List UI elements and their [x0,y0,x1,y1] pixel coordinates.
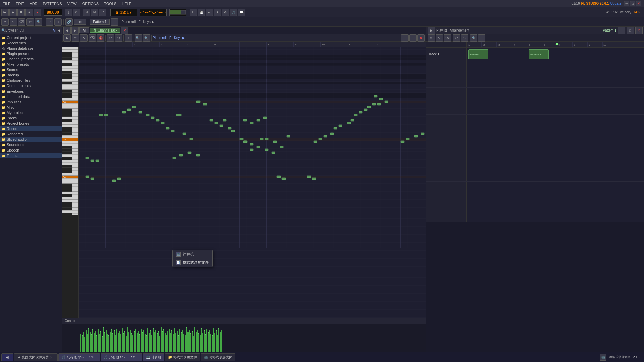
plugin-btn[interactable]: 🎵 [230,9,237,16]
loop-btn[interactable]: ↺ [73,9,80,16]
pr-close-btn[interactable]: ✕ [417,34,425,42]
browser-item-plugin-database[interactable]: 🔌 Plugin database [0,46,62,51]
pr-max-btn[interactable]: □ [409,34,417,42]
track-3-content[interactable] [467,74,644,87]
pr-toggle-btn[interactable]: ▶ [63,34,71,42]
pl-undo2[interactable]: ↩ [453,34,460,42]
browser-item-envelopes[interactable]: 📁 Envelopes [0,88,62,94]
mixer-vol-btn[interactable]: M [91,9,98,16]
browser-item-packs[interactable]: 📁 Packs [0,115,62,121]
undo-tool[interactable]: ↩ [46,18,53,26]
pr-undo-btn[interactable]: ↩ [107,34,114,42]
menu-file[interactable]: FILE [0,1,13,6]
note-area[interactable] [79,47,426,318]
pr-min-btn[interactable]: ─ [401,34,409,42]
pr-mute-btn[interactable]: 🔇 [97,34,104,42]
pr-zoom-in[interactable]: 🔍+ [135,34,142,42]
eraser-tool[interactable]: ⌫ [18,18,25,26]
pl-close-btn[interactable]: ✕ [635,27,643,34]
add-pattern-btn[interactable]: + [111,18,118,26]
close-channel-rack-btn[interactable]: ✕ [121,27,128,34]
close-btn[interactable]: ✕ [636,1,641,6]
nav-prev-btn[interactable]: ◀ [63,27,71,34]
ctx-item-1[interactable]: 💻 计算机 [173,250,212,258]
start-button[interactable]: ⊞ [1,353,13,361]
playlist-block-1[interactable]: Pattern 1 [468,49,488,59]
track-10-content[interactable] [467,168,644,181]
pl-min-btn[interactable]: ─ [618,27,625,34]
browser-item-current-project[interactable]: 📁 Current project [0,35,62,40]
browser-item-clipboard-files[interactable]: 📁 Clipboard files [0,78,62,83]
track-8-content[interactable] [467,141,644,155]
track-9-content[interactable] [467,155,644,168]
transport-stop[interactable]: ■ [25,9,33,16]
step-btn[interactable]: 3+ [83,9,90,16]
browser-item-plugin-presets[interactable]: 📁 Plugin presets [0,51,62,56]
browser-collapse-icon[interactable]: ◀ [58,28,60,32]
menu-add[interactable]: ADD [27,1,40,6]
browser-item-my-projects[interactable]: 📁 My projects [0,110,62,115]
tray-icon-recorder[interactable]: 📹 [600,354,606,361]
track-13-content[interactable] [467,208,644,222]
browser-item-recorded[interactable]: 📁 Recorded [0,126,62,131]
browser-item-templates[interactable]: 📁 Templates [0,153,62,158]
pr-note-btn[interactable]: ♪ [125,34,132,42]
pl-tool3[interactable]: ⌫ [444,34,451,42]
browser-item-rendered[interactable]: 📁 Rendered [0,131,62,137]
menu-help[interactable]: HELP [119,1,134,6]
taskbar-app-2[interactable]: 🎵 只有他.flp - FL Stu... [58,353,100,361]
minimize-btn[interactable]: ─ [624,1,629,6]
pr-eraser-btn[interactable]: ⌫ [89,34,96,42]
transport-play[interactable]: ▶ [9,9,17,16]
browser-item-recent-files[interactable]: 📁 Recent files [0,40,62,46]
track-1-content[interactable]: Pattern 1 Pattern 1 [467,48,644,61]
pr-select-btn[interactable]: ↖ [80,34,88,42]
redo-tool[interactable]: ↪ [54,18,62,26]
pr-redo-btn[interactable]: ↪ [115,34,122,42]
nav-next-btn[interactable]: ▶ [71,27,79,34]
pl-zoom2[interactable]: — [478,34,485,42]
pl-max-btn[interactable]: □ [627,27,634,34]
loop2-btn[interactable]: ↻ [190,9,197,16]
taskbar-app-1[interactable]: 🖥 桌面大师软件免费下... [14,353,58,361]
track-7-content[interactable] [467,128,644,141]
browser-item-project-bones[interactable]: 📁 Project bones [0,121,62,126]
ctx-item-2[interactable]: 📄 格式式录屏文件 [173,258,212,267]
track-4-content[interactable] [467,88,644,101]
browser-item-channel-presets[interactable]: 📁 Channel presets [0,56,62,62]
menu-edit[interactable]: EDIT [13,1,27,6]
browser-item-il-shared-data[interactable]: 📁 IL shared data [0,94,62,99]
browser-item-demo-projects[interactable]: 📁 Demo projects [0,83,62,88]
select-tool[interactable]: ↖ [10,18,17,26]
pr-pencil-btn[interactable]: ✏ [72,34,79,42]
browser-item-soundfonts[interactable]: 📁 Soundfonts [0,142,62,147]
track-6-content[interactable] [467,115,644,128]
menu-view[interactable]: VIEW [65,1,79,6]
browser-item-scores[interactable]: 📁 Scores [0,67,62,72]
pl-tool1[interactable]: ✏ [428,34,435,42]
track-11-content[interactable] [467,182,644,195]
track-5-content[interactable] [467,101,644,114]
update-btn[interactable]: Update [610,2,621,5]
metronome-btn[interactable]: ♩ [65,9,72,16]
zoom-tool[interactable]: 🔍 [35,18,42,26]
browser-item-impulses[interactable]: 📁 Impulses [0,99,62,105]
browser-all-btn[interactable]: All [53,28,56,32]
tab-all[interactable]: All [79,27,89,33]
transport-rewind[interactable]: ⏮ [1,9,9,16]
pencil-tool[interactable]: ✏ [1,18,9,26]
undo-btn[interactable]: ↩ [206,9,213,16]
menu-tools[interactable]: TOOLS [101,1,119,6]
magnet-tool[interactable]: 🔗 [65,18,73,26]
track-2-content[interactable] [467,61,644,74]
pr-zoom-out[interactable]: 🔍- [143,34,150,42]
taskbar-app-4[interactable]: 💻 计算机 [143,353,164,361]
pl-tool2[interactable]: ↖ [436,34,443,42]
pl-toggle-btn[interactable]: ▶ [428,27,435,34]
settings-btn[interactable]: ⚙ [222,9,229,16]
menu-options[interactable]: OPTIONS [79,1,102,6]
track-12-content[interactable] [467,195,644,208]
taskbar-app-3[interactable]: 🎵 只有他.flp - FL Stu... [101,353,142,361]
playlist-block-2[interactable]: Pattern 1 [529,49,549,59]
chat-btn[interactable]: 💬 [238,9,245,16]
